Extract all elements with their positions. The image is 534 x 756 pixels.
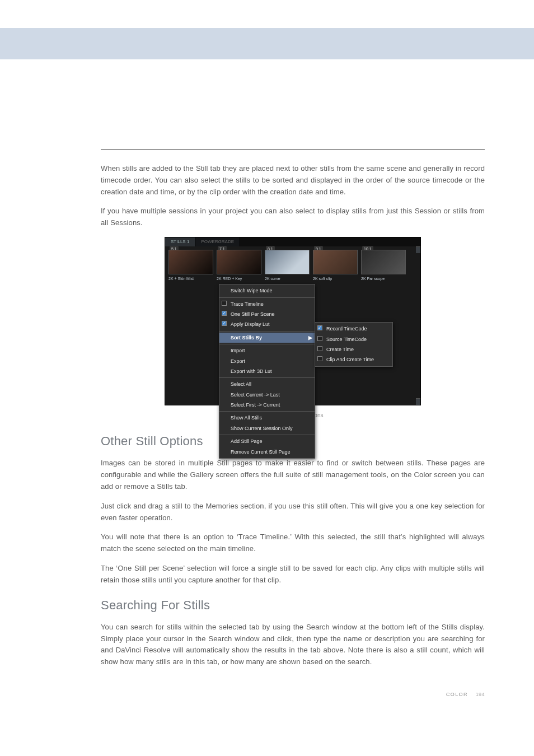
footer-page-number: 194 — [476, 692, 485, 697]
menu-one-still-per-scene[interactable]: One Still Per Scene — [219, 309, 315, 319]
other-p4: The ‘One Still per Scene’ selection will… — [101, 563, 485, 586]
menu-label: Record TimeCode — [326, 326, 367, 332]
menu-label: Source TimeCode — [326, 337, 367, 342]
menu-label: Apply Display Lut — [231, 321, 270, 327]
thumb-label: 2K + Skin Mist — [168, 276, 213, 282]
submenu-create-time[interactable]: Create Time — [315, 344, 392, 354]
checkbox-icon — [317, 336, 322, 341]
other-p1: Images can be stored in multiple Still p… — [101, 458, 485, 492]
thumb-label: 2K curve — [265, 276, 310, 282]
thumb-label: 2K RED + Key — [217, 276, 261, 282]
scroll-down[interactable] — [416, 398, 420, 405]
thumb-3[interactable]: 8.1 2K curve — [265, 250, 310, 282]
menu-show-all-stills[interactable]: Show All Stills — [219, 413, 315, 423]
menu-sort-stills-by[interactable]: Sort Stills By▶ — [219, 333, 315, 343]
menu-apply-display-lut[interactable]: Apply Display Lut — [219, 319, 315, 329]
menu-label: One Still Per Scene — [231, 311, 275, 317]
menu-export[interactable]: Export — [219, 356, 315, 366]
thumb-label: 2K Par scope — [361, 276, 406, 282]
menu-label: Sort Stills By — [231, 335, 262, 340]
menu-label: Clip And Create Time — [326, 357, 374, 362]
thumb-4[interactable]: 9.1 2K soft clip — [313, 250, 358, 282]
menu-export-3dlut[interactable]: Export with 3D Lut — [219, 366, 315, 376]
thumb-image — [265, 250, 310, 274]
thumb-5[interactable]: 10.1 2K Par scope — [361, 250, 406, 282]
footer-section-label: COLOR — [446, 692, 468, 697]
menu-label: Trace Timeline — [231, 301, 264, 307]
thumb-1[interactable]: 5.1 2K + Skin Mist — [168, 250, 213, 282]
thumb-image — [361, 250, 406, 274]
submenu-clip-create-time[interactable]: Clip And Create Time — [315, 354, 392, 365]
header-bar — [0, 28, 534, 59]
page-content: When stills are added to the Still tab t… — [0, 149, 534, 721]
checkbox-icon — [222, 321, 227, 326]
divider — [101, 149, 485, 150]
checkbox-icon — [317, 346, 322, 351]
context-menu: Switch Wipe Mode Trace Timeline One Stil… — [219, 284, 315, 459]
menu-select-all[interactable]: Select All — [219, 379, 315, 389]
tab-powergrade[interactable]: POWERGRADE — [195, 237, 240, 247]
other-p3: You will note that there is an option to… — [101, 531, 485, 555]
stills-screenshot: STILLS 1 POWERGRADE 5.1 2K + Skin Mist 7… — [165, 237, 421, 405]
thumbnail-strip: 5.1 2K + Skin Mist 7.1 2K RED + Key 8.1 … — [165, 246, 420, 287]
scroll-up[interactable] — [416, 246, 420, 253]
heading-searching-for-stills: Searching For Stills — [101, 595, 485, 615]
checkbox-icon — [317, 325, 322, 330]
other-p2: Just click and drag a still to the Memor… — [101, 501, 485, 524]
checkbox-icon — [222, 311, 227, 316]
menu-select-first-current[interactable]: Select First -> Current — [219, 400, 315, 410]
checkbox-icon — [317, 356, 322, 361]
stills-tabs: STILLS 1 POWERGRADE — [165, 237, 420, 246]
context-menu-area: Switch Wipe Mode Trace Timeline One Stil… — [165, 287, 420, 405]
thumb-2[interactable]: 7.1 2K RED + Key — [217, 250, 261, 282]
menu-select-current-last[interactable]: Select Current -> Last — [219, 390, 315, 400]
menu-label: Create Time — [326, 347, 354, 352]
intro-paragraph-2: If you have multiple sessions in your pr… — [101, 206, 485, 229]
thumb-image — [313, 250, 358, 274]
sort-submenu: Record TimeCode Source TimeCode Create T… — [315, 322, 393, 367]
menu-remove-still-page[interactable]: Remove Current Still Page — [219, 447, 315, 457]
intro-paragraph-1: When stills are added to the Still tab t… — [101, 163, 485, 198]
submenu-record-tc[interactable]: Record TimeCode — [315, 324, 392, 334]
menu-add-still-page[interactable]: Add Still Page — [219, 436, 315, 446]
menu-import[interactable]: Import — [219, 346, 315, 356]
search-p: You can search for stills within the sel… — [101, 622, 485, 668]
thumb-image — [168, 250, 213, 274]
menu-trace-timeline[interactable]: Trace Timeline — [219, 299, 315, 309]
thumb-image — [217, 250, 261, 274]
checkbox-icon — [222, 301, 227, 306]
thumb-label: 2K soft clip — [313, 276, 358, 282]
menu-show-current-session[interactable]: Show Current Session Only — [219, 423, 315, 433]
tab-stills1[interactable]: STILLS 1 — [165, 237, 195, 247]
submenu-source-tc[interactable]: Source TimeCode — [315, 334, 392, 344]
page-footer: COLOR 194 — [101, 690, 485, 698]
submenu-arrow-icon: ▶ — [308, 334, 312, 342]
menu-switch-wipe[interactable]: Switch Wipe Mode — [219, 286, 315, 296]
